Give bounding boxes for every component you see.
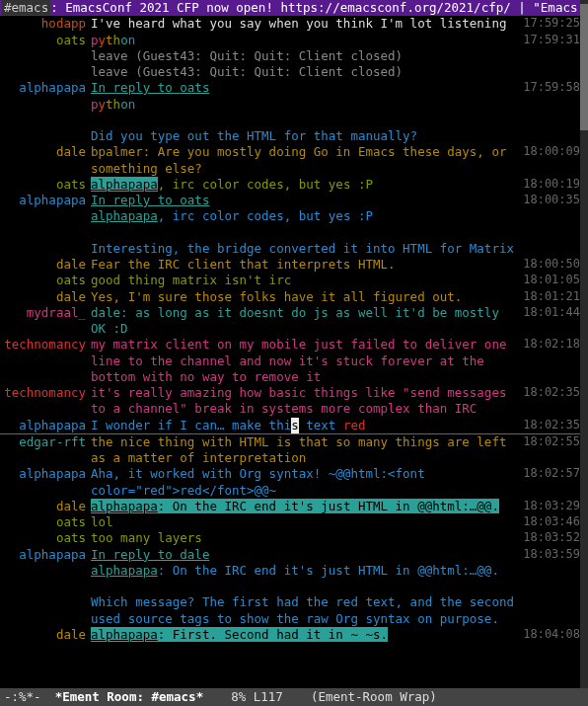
timestamp: 18:03:59 <box>521 547 580 563</box>
message-row[interactable]: oatsgood thing matrix isn't irc18:01:05 <box>0 273 580 288</box>
message-body: lol <box>91 514 521 530</box>
message-body: Aha, it worked with Org syntax! ~@@html:… <box>91 466 521 499</box>
message-row[interactable]: hodappI've heard what you say when you t… <box>0 16 580 32</box>
nick: dale <box>0 144 91 160</box>
message-row[interactable]: alphapapaI wonder if I can… make this te… <box>0 418 580 433</box>
timestamp: 18:02:35 <box>521 385 580 401</box>
message-row[interactable]: mydraal_dale: as long as it doesnt do js… <box>0 305 580 338</box>
topic-bar: #emacs: EmacsConf 2021 CFP now open! htt… <box>0 0 580 16</box>
modeline-flags: -:%*- <box>4 689 41 705</box>
nick: technomancy <box>0 337 91 353</box>
message-row[interactable]: alphapapaIn reply to oats18:00:35 <box>0 193 580 208</box>
message-body: In reply to dale <box>91 547 521 563</box>
timestamp: 18:04:08 <box>521 627 580 643</box>
message-list: hodappI've heard what you say when you t… <box>0 16 580 643</box>
timestamp: 18:01:05 <box>521 273 580 288</box>
message-row[interactable]: Did you type out the HTML for that manua… <box>0 128 580 144</box>
nick: oats <box>0 33 91 48</box>
timestamp: 17:59:31 <box>521 33 580 48</box>
timestamp: 18:00:09 <box>521 144 580 160</box>
message-row[interactable]: oatsalphapapa, irc color codes, but yes … <box>0 177 580 193</box>
nick: oats <box>0 530 91 546</box>
nick: oats <box>0 273 91 288</box>
message-row[interactable]: edgar-rftthe nice thing with HTML is tha… <box>0 434 580 467</box>
message-body: Yes, I'm sure those folks have it all fi… <box>91 289 521 305</box>
timestamp: 18:01:21 <box>521 289 580 305</box>
timestamp: 18:02:18 <box>521 337 580 353</box>
timestamp: 17:59:25 <box>521 16 580 32</box>
message-body: dale: as long as it doesnt do js as well… <box>91 305 521 338</box>
message-body: alphapapa: First. Second had it in ~ ~s. <box>91 627 521 643</box>
nick: dale <box>0 499 91 514</box>
nick: oats <box>0 514 91 530</box>
message-row[interactable]: alphapapa: On the IRC end it's just HTML… <box>0 563 580 579</box>
message-row[interactable]: daleFear the IRC client that interprets … <box>0 257 580 273</box>
timestamp: 18:02:57 <box>521 466 580 482</box>
message-body: it's really amazing how basic things lik… <box>91 385 521 418</box>
message-row[interactable]: dalealphapapa: First. Second had it in ~… <box>0 627 580 643</box>
message-body: good thing matrix isn't irc <box>91 273 521 288</box>
nick: alphapapa <box>0 547 91 563</box>
message-body: the nice thing with HTML is that so many… <box>91 434 521 467</box>
emacs-window: #emacs: EmacsConf 2021 CFP now open! htt… <box>0 0 588 706</box>
scrollbar-thumb[interactable] <box>580 4 588 130</box>
message-row[interactable]: daleYes, I'm sure those folks have it al… <box>0 289 580 305</box>
timestamp: 17:59:58 <box>521 80 580 96</box>
message-body: I wonder if I can… make this text red <box>91 418 521 433</box>
message-body: alphapapa: On the IRC end it's just HTML… <box>91 563 521 579</box>
message-body: Interesting, the bridge converted it int… <box>91 241 521 257</box>
timestamp: 18:01:44 <box>521 305 580 321</box>
modeline-buffer-name: *Ement Room: #emacs* <box>55 689 204 705</box>
timestamp: 18:03:52 <box>521 530 580 546</box>
nick: alphapapa <box>0 80 91 96</box>
nick: hodapp <box>0 16 91 32</box>
timestamp: 18:00:35 <box>521 193 580 208</box>
nick: dale <box>0 289 91 305</box>
message-body: Which message? The first had the red tex… <box>91 594 521 627</box>
nick: mydraal_ <box>0 305 91 321</box>
modeline-mode: (Ement-Room Wrap) <box>311 689 437 705</box>
message-row[interactable]: Which message? The first had the red tex… <box>0 594 580 627</box>
message-row[interactable]: alphapapaIn reply to oats17:59:58 <box>0 80 580 96</box>
timestamp: 18:00:50 <box>521 257 580 273</box>
nick: dale <box>0 627 91 643</box>
message-row[interactable]: oatstoo many layers18:03:52 <box>0 530 580 546</box>
message-body: my matrix client on my mobile just faile… <box>91 337 521 385</box>
message-row[interactable]: dalebpalmer: Are you mostly doing Go in … <box>0 144 580 177</box>
message-row[interactable]: leave (Guest43: Quit: Quit: Client close… <box>0 64 580 80</box>
message-body: python <box>91 33 521 48</box>
message-row[interactable]: oatspython17:59:31 <box>0 33 580 48</box>
message-body: In reply to oats <box>91 80 521 96</box>
message-body: too many layers <box>91 530 521 546</box>
message-body: alphapapa, irc color codes, but yes :P <box>91 208 521 224</box>
nick: alphapapa <box>0 193 91 208</box>
timestamp: 18:02:35 <box>521 418 580 433</box>
message-row[interactable]: alphapapaAha, it worked with Org syntax!… <box>0 466 580 499</box>
message-row[interactable]: leave (Guest43: Quit: Quit: Client close… <box>0 48 580 64</box>
chat-buffer[interactable]: #emacs: EmacsConf 2021 CFP now open! htt… <box>0 0 580 688</box>
timestamp: 18:03:29 <box>521 499 580 514</box>
message-row[interactable]: dalealphapapa: On the IRC end it's just … <box>0 499 580 514</box>
scrollbar-track[interactable] <box>580 0 588 688</box>
message-row[interactable]: technomancyit's really amazing how basic… <box>0 385 580 418</box>
message-row[interactable]: oatslol18:03:46 <box>0 514 580 530</box>
topic-text: : EmacsConf 2021 CFP now open! https://e… <box>50 0 580 15</box>
modeline-percent: 8% <box>231 689 246 705</box>
message-body: leave (Guest43: Quit: Quit: Client close… <box>91 48 521 64</box>
timestamp: 18:02:55 <box>521 434 580 450</box>
timestamp: 18:03:46 <box>521 514 580 530</box>
channel-name: #emacs <box>2 0 50 15</box>
message-row[interactable]: alphapapaIn reply to dale18:03:59 <box>0 547 580 563</box>
message-row[interactable]: alphapapa, irc color codes, but yes :P <box>0 208 580 224</box>
message-row[interactable]: technomancymy matrix client on my mobile… <box>0 337 580 385</box>
nick: alphapapa <box>0 466 91 482</box>
message-body: alphapapa: On the IRC end it's just HTML… <box>91 499 521 514</box>
message-body: python <box>91 97 521 113</box>
message-row[interactable]: python <box>0 97 580 113</box>
message-body: I've heard what you say when you think I… <box>91 16 521 32</box>
message-body: bpalmer: Are you mostly doing Go in Emac… <box>91 144 521 177</box>
message-body: Did you type out the HTML for that manua… <box>91 128 521 144</box>
message-body: In reply to oats <box>91 193 521 208</box>
message-row[interactable]: Interesting, the bridge converted it int… <box>0 241 580 257</box>
nick: oats <box>0 177 91 193</box>
